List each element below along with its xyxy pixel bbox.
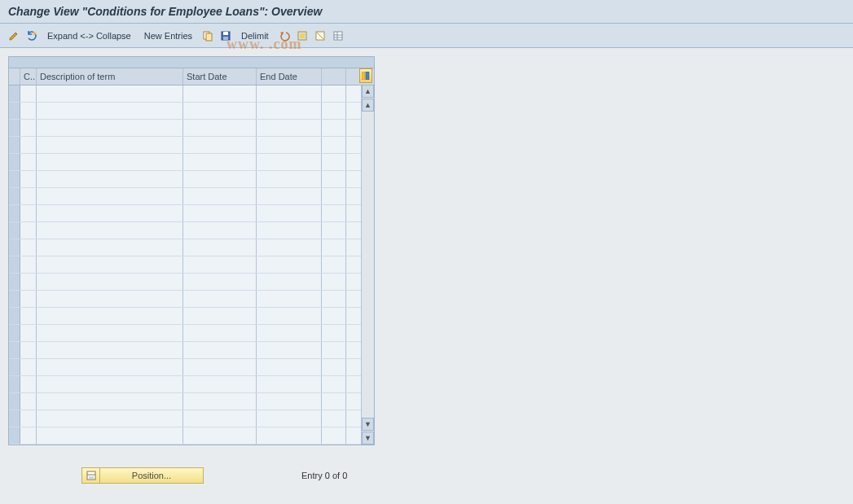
row-selector[interactable] bbox=[9, 188, 20, 204]
cell-description[interactable] bbox=[37, 188, 183, 204]
cell-description[interactable] bbox=[37, 410, 183, 427]
toggle-display-change-icon[interactable] bbox=[7, 28, 21, 43]
cell-code[interactable] bbox=[20, 205, 37, 221]
cell-description[interactable] bbox=[37, 256, 183, 273]
scroll-down2-icon[interactable]: ▼ bbox=[362, 418, 374, 431]
cell-end-date[interactable] bbox=[257, 274, 322, 290]
cell-description[interactable] bbox=[37, 85, 183, 102]
row-selector[interactable] bbox=[9, 376, 20, 392]
row-selector[interactable] bbox=[9, 308, 20, 324]
cell-end-date[interactable] bbox=[257, 103, 322, 119]
cell-description[interactable] bbox=[37, 325, 183, 341]
cell-code[interactable] bbox=[20, 359, 37, 375]
cell-end-date[interactable] bbox=[257, 325, 322, 341]
cell-start-date[interactable] bbox=[183, 205, 257, 221]
cell-description[interactable] bbox=[37, 274, 183, 290]
cell-end-date[interactable] bbox=[257, 342, 322, 358]
table-row[interactable] bbox=[9, 137, 374, 154]
table-row[interactable] bbox=[9, 171, 374, 188]
cell-start-date[interactable] bbox=[183, 103, 257, 119]
cell-code[interactable] bbox=[20, 410, 37, 427]
cell-end-date[interactable] bbox=[257, 256, 322, 273]
vertical-scrollbar[interactable]: ▲ ▲ ▼ ▼ bbox=[361, 85, 374, 445]
table-row[interactable] bbox=[9, 393, 374, 410]
cell-end-date[interactable] bbox=[257, 188, 322, 204]
row-selector[interactable] bbox=[9, 410, 20, 427]
cell-end-date[interactable] bbox=[257, 427, 322, 444]
cell-code[interactable] bbox=[20, 291, 37, 307]
cell-code[interactable] bbox=[20, 308, 37, 324]
table-row[interactable] bbox=[9, 222, 374, 239]
row-selector-header[interactable] bbox=[9, 68, 20, 85]
cell-description[interactable] bbox=[37, 154, 183, 170]
cell-code[interactable] bbox=[20, 171, 37, 187]
table-row[interactable] bbox=[9, 410, 374, 427]
row-selector[interactable] bbox=[9, 222, 20, 239]
row-selector[interactable] bbox=[9, 239, 20, 256]
table-row[interactable] bbox=[9, 85, 374, 103]
cell-description[interactable] bbox=[37, 205, 183, 221]
cell-start-date[interactable] bbox=[183, 427, 257, 444]
cell-start-date[interactable] bbox=[183, 393, 257, 410]
cell-start-date[interactable] bbox=[183, 342, 257, 358]
select-all-icon[interactable] bbox=[295, 28, 310, 43]
table-row[interactable] bbox=[9, 274, 374, 291]
table-row[interactable] bbox=[9, 120, 374, 137]
cell-code[interactable] bbox=[20, 342, 37, 358]
scroll-up2-icon[interactable]: ▲ bbox=[362, 99, 374, 112]
cell-description[interactable] bbox=[37, 103, 183, 119]
table-row[interactable] bbox=[9, 188, 374, 205]
deselect-all-icon[interactable] bbox=[313, 28, 328, 43]
position-button[interactable]: Position... bbox=[81, 467, 204, 484]
cell-start-date[interactable] bbox=[183, 256, 257, 273]
cell-start-date[interactable] bbox=[183, 188, 257, 204]
cell-end-date[interactable] bbox=[257, 410, 322, 427]
cell-description[interactable] bbox=[37, 342, 183, 358]
cell-description[interactable] bbox=[37, 376, 183, 392]
cell-end-date[interactable] bbox=[257, 239, 322, 256]
row-selector[interactable] bbox=[9, 120, 20, 136]
cell-description[interactable] bbox=[37, 120, 183, 136]
cell-start-date[interactable] bbox=[183, 291, 257, 307]
table-row[interactable] bbox=[9, 376, 374, 393]
cell-end-date[interactable] bbox=[257, 393, 322, 410]
table-row[interactable] bbox=[9, 103, 374, 120]
cell-description[interactable] bbox=[37, 171, 183, 187]
cell-description[interactable] bbox=[37, 427, 183, 444]
cell-start-date[interactable] bbox=[183, 274, 257, 290]
cell-code[interactable] bbox=[20, 103, 37, 119]
row-selector[interactable] bbox=[9, 291, 20, 307]
scroll-down-icon[interactable]: ▼ bbox=[362, 432, 374, 445]
copy-icon[interactable] bbox=[200, 28, 215, 43]
cell-start-date[interactable] bbox=[183, 222, 257, 239]
column-header-code[interactable]: C.. bbox=[20, 68, 37, 85]
row-selector[interactable] bbox=[9, 154, 20, 170]
row-selector[interactable] bbox=[9, 171, 20, 187]
table-settings-icon[interactable] bbox=[331, 28, 345, 43]
column-header-description[interactable]: Description of term bbox=[37, 68, 183, 85]
delimit-button[interactable]: Delimit bbox=[236, 29, 274, 42]
row-selector[interactable] bbox=[9, 103, 20, 119]
cell-code[interactable] bbox=[20, 154, 37, 170]
row-selector[interactable] bbox=[9, 393, 20, 410]
cell-code[interactable] bbox=[20, 120, 37, 136]
cell-end-date[interactable] bbox=[257, 85, 322, 102]
row-selector[interactable] bbox=[9, 205, 20, 221]
cell-start-date[interactable] bbox=[183, 120, 257, 136]
table-row[interactable] bbox=[9, 342, 374, 359]
cell-start-date[interactable] bbox=[183, 239, 257, 256]
cell-code[interactable] bbox=[20, 427, 37, 444]
cell-code[interactable] bbox=[20, 325, 37, 341]
cell-code[interactable] bbox=[20, 137, 37, 153]
cell-end-date[interactable] bbox=[257, 137, 322, 153]
cell-description[interactable] bbox=[37, 291, 183, 307]
cell-end-date[interactable] bbox=[257, 222, 322, 239]
cell-description[interactable] bbox=[37, 359, 183, 375]
table-row[interactable] bbox=[9, 427, 374, 445]
cell-start-date[interactable] bbox=[183, 308, 257, 324]
cell-description[interactable] bbox=[37, 222, 183, 239]
row-selector[interactable] bbox=[9, 325, 20, 341]
cell-end-date[interactable] bbox=[257, 308, 322, 324]
cell-description[interactable] bbox=[37, 137, 183, 153]
cell-code[interactable] bbox=[20, 393, 37, 410]
